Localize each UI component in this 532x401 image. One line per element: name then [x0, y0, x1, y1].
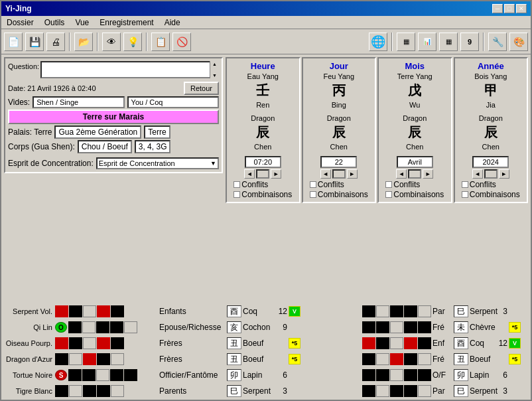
toolbar-sep-1: [69, 33, 70, 51]
heure-time[interactable]: [245, 156, 281, 168]
animal-row-6: Tigre Blanc: [4, 384, 157, 398]
rblock-5-3: [390, 369, 403, 381]
animal-badge-2: O: [55, 322, 67, 333]
open-button[interactable]: 📂: [74, 33, 93, 51]
rblock-1-1: [362, 305, 375, 317]
jour-time[interactable]: [320, 156, 357, 168]
mois-combinaisons-check[interactable]: [385, 191, 392, 198]
palette-button[interactable]: 🎨: [509, 33, 528, 51]
menu-vue[interactable]: Vue: [70, 17, 94, 29]
heure-dragon-text: Dragon: [251, 114, 275, 122]
mois-prev[interactable]: ◄: [396, 169, 407, 179]
palais-row: Palais: Terre Gua 2ème Génération Terre: [8, 125, 219, 139]
right-char-1: 巳: [454, 305, 468, 317]
mois-element: Terre Yang: [397, 72, 432, 80]
retour-button[interactable]: Retour: [184, 82, 219, 95]
close-button[interactable]: ✕: [516, 4, 527, 13]
num-button[interactable]: 9: [460, 33, 479, 51]
maximize-button[interactable]: □: [504, 4, 515, 13]
rblock-5-5: [418, 369, 431, 381]
new-button[interactable]: 📄: [4, 33, 23, 51]
heure-name: Ren: [256, 101, 269, 109]
corps-label: Corps (Gua Shen):: [8, 142, 75, 151]
block-2-5: [124, 321, 137, 333]
right-badge-3: V: [509, 338, 521, 349]
menu-aide[interactable]: Aide: [159, 17, 186, 29]
right-label-5: O/F: [432, 370, 452, 380]
question-input[interactable]: [40, 61, 219, 78]
save-button[interactable]: 💾: [25, 33, 44, 51]
window-controls: ─ □ ✕: [492, 4, 527, 13]
toolbar: 📄 💾 🖨 📂 👁 💡 📋 🚫 🌐 ▦ 📊 ▦ 9 🔧 🎨: [1, 29, 531, 54]
jour-next[interactable]: ►: [347, 169, 358, 179]
mid-num-5: 6: [274, 370, 287, 380]
block-6-5: [111, 385, 124, 397]
mois-conflicts-check[interactable]: [385, 181, 392, 188]
animal-row-4: Dragon d'Azur: [4, 352, 157, 366]
globe-button[interactable]: 🌐: [369, 33, 387, 51]
menu-enregistrement[interactable]: Enregistrement: [94, 17, 159, 29]
jour-prev[interactable]: ◄: [320, 169, 331, 179]
rblock-2-4: [404, 321, 417, 333]
annee-prev[interactable]: ◄: [472, 169, 483, 179]
animals-mid: Enfants 酉 Coq 12 V Epouse/Richesse 亥 Coc…: [159, 304, 360, 398]
mid-name-5: Lapin: [243, 370, 273, 380]
rblock-3-3: [390, 337, 403, 349]
block-4-2: [69, 353, 82, 365]
animal-label-2: Qi Lin: [4, 323, 54, 331]
animal-label-6: Tigre Blanc: [4, 387, 54, 395]
right-blocks-6: [362, 385, 431, 397]
right-label-1: Par: [432, 307, 452, 316]
jour-conflicts-check[interactable]: [310, 181, 316, 188]
annee-conflicts-label: Conflits: [470, 180, 496, 189]
annee-combinaisons-check[interactable]: [462, 191, 468, 198]
grid2-button[interactable]: ▦: [439, 33, 458, 51]
print-button[interactable]: 🖨: [46, 33, 65, 51]
esprit-dropdown-arrow[interactable]: ▼: [210, 160, 216, 167]
minimize-button[interactable]: ─: [492, 4, 503, 13]
annee-conflicts-check[interactable]: [462, 181, 468, 188]
grid1-button[interactable]: ▦: [397, 33, 415, 51]
stop-button[interactable]: 🚫: [172, 33, 191, 51]
terre-bar: Terre sur Marais: [8, 110, 219, 124]
light-button[interactable]: 💡: [123, 33, 142, 51]
heure-combinaisons-check[interactable]: [233, 191, 240, 198]
block-2-4: [110, 321, 123, 333]
animal-blocks-2: [68, 321, 137, 333]
mid-label-4: Frères: [159, 355, 226, 364]
heure-column: Heure Eau Yang 壬 Ren Dragon 辰 Chen ◄ ►: [226, 57, 300, 203]
page-button[interactable]: 📋: [151, 33, 170, 51]
mois-time[interactable]: [397, 156, 433, 168]
palais-type: Terre: [144, 125, 170, 139]
heure-mid: [256, 169, 269, 179]
eye-button[interactable]: 👁: [102, 33, 121, 51]
right-row-4: Fré 丑 Boeuf *5: [362, 352, 528, 366]
annee-element: Bois Yang: [474, 72, 507, 80]
rblock-4-2: [376, 353, 389, 365]
scroll-down[interactable]: ▼: [212, 73, 217, 78]
menu-outils[interactable]: Outils: [39, 17, 70, 29]
animal-row-3: Oiseau Pourp.: [4, 336, 157, 351]
rblock-4-3: [390, 353, 403, 365]
annee-next[interactable]: ►: [499, 169, 509, 179]
animal-blocks-1: [55, 305, 124, 317]
animal-label-4: Dragon d'Azur: [4, 355, 54, 363]
scroll-up[interactable]: ▲: [212, 62, 217, 66]
annee-time[interactable]: [472, 156, 509, 168]
tools-button[interactable]: 🔧: [488, 33, 507, 51]
heure-conflicts-check[interactable]: [233, 181, 240, 188]
menu-dossier[interactable]: Dossier: [1, 17, 39, 29]
heure-prev[interactable]: ◄: [244, 169, 255, 179]
annee-animal-name: Chen: [482, 143, 499, 151]
chart-button[interactable]: 📊: [418, 33, 436, 51]
annee-dragon-text: Dragon: [479, 114, 503, 122]
right-char-6: 巳: [454, 385, 468, 397]
jour-combinaisons-check[interactable]: [310, 191, 316, 198]
mois-next[interactable]: ►: [423, 169, 433, 179]
heure-next[interactable]: ►: [271, 169, 281, 179]
mid-name-3: Boeuf: [243, 339, 273, 348]
rblock-6-2: [376, 385, 389, 397]
window-title: Yi-Jing: [5, 4, 32, 13]
toolbar-sep-3: [146, 33, 147, 51]
mois-name: Wu: [409, 101, 420, 109]
